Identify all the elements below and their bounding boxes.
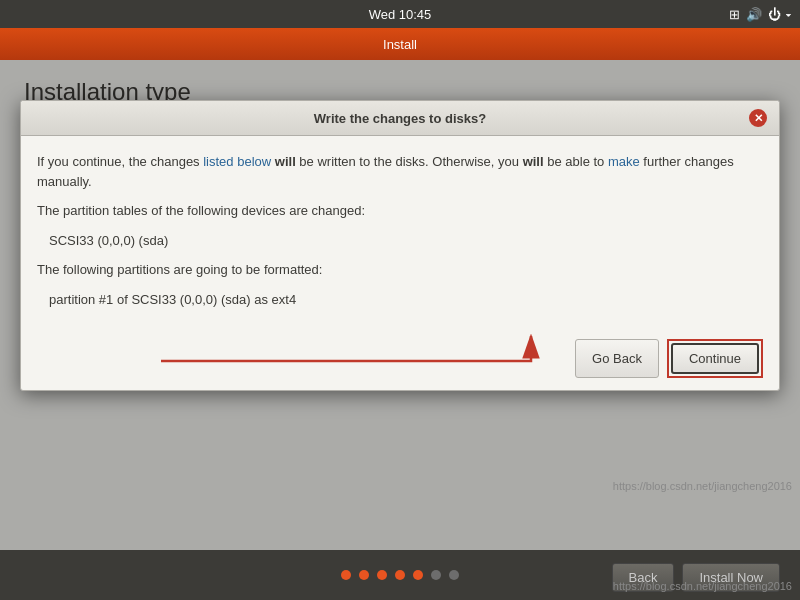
progress-dot-1 bbox=[359, 570, 369, 580]
modal-overlay: Write the changes to disks? ✕ If you con… bbox=[0, 60, 800, 550]
progress-dot-0 bbox=[341, 570, 351, 580]
dialog: Write the changes to disks? ✕ If you con… bbox=[20, 100, 780, 391]
progress-dot-3 bbox=[395, 570, 405, 580]
topbar-icons: ⊞ 🔊 ⏻ ▾ bbox=[729, 7, 792, 22]
highlight-will1: will bbox=[275, 154, 296, 169]
highlight-make: make bbox=[608, 154, 640, 169]
dialog-title: Write the changes to disks? bbox=[51, 111, 749, 126]
progress-dot-4 bbox=[413, 570, 423, 580]
partition-detail: partition #1 of SCSI33 (0,0,0) (sda) as … bbox=[37, 290, 763, 310]
device-text: SCSI33 (0,0,0) (sda) bbox=[37, 231, 763, 251]
progress-dot-2 bbox=[377, 570, 387, 580]
dialog-body-line1: If you continue, the changes listed belo… bbox=[37, 152, 763, 191]
url-text: https://blog.csdn.net/jiangcheng2016 bbox=[613, 480, 792, 492]
arrow-graphic bbox=[101, 316, 601, 371]
highlight-listed: listed below bbox=[203, 154, 271, 169]
partition-tables-label: The partition tables of the following de… bbox=[37, 201, 763, 221]
titlebar-title: Install bbox=[383, 37, 417, 52]
bottom-bar: Back Install Now bbox=[0, 550, 800, 600]
url-bottom: https://blog.csdn.net/jiangcheng2016 bbox=[613, 580, 792, 592]
continue-box: Continue bbox=[667, 339, 763, 378]
progress-dot-5 bbox=[431, 570, 441, 580]
progress-dot-6 bbox=[449, 570, 459, 580]
titlebar: Install bbox=[0, 28, 800, 60]
dialog-header: Write the changes to disks? ✕ bbox=[21, 101, 779, 136]
volume-icon[interactable]: 🔊 bbox=[746, 7, 762, 22]
highlight-will2: will bbox=[523, 154, 544, 169]
topbar: Wed 10:45 ⊞ 🔊 ⏻ ▾ bbox=[0, 0, 800, 28]
dialog-body: If you continue, the changes listed belo… bbox=[21, 136, 779, 331]
dialog-footer: Go Back Continue bbox=[21, 331, 779, 390]
topbar-time: Wed 10:45 bbox=[369, 7, 432, 22]
continue-button[interactable]: Continue bbox=[671, 343, 759, 374]
partitions-label: The following partitions are going to be… bbox=[37, 260, 763, 280]
main-content: Installation type This computer currentl… bbox=[0, 60, 800, 550]
dialog-close-button[interactable]: ✕ bbox=[749, 109, 767, 127]
network-icon[interactable]: ⊞ bbox=[729, 7, 740, 22]
power-icon[interactable]: ⏻ ▾ bbox=[768, 7, 792, 22]
